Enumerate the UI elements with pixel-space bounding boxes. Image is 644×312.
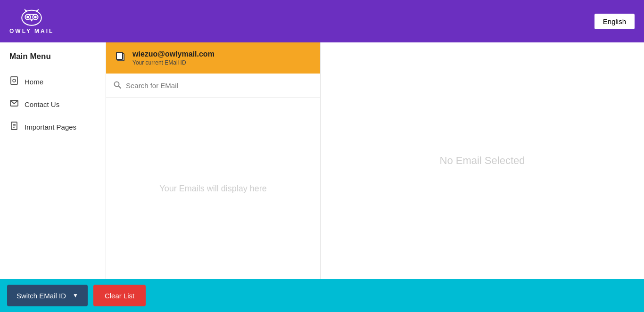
email-list-panel: wiezuo@owlymail.com Your current EMail I… <box>106 42 321 279</box>
search-bar <box>106 74 320 98</box>
svg-rect-9 <box>11 77 17 84</box>
sidebar-important-label: Important Pages <box>25 123 76 131</box>
svg-point-4 <box>26 16 29 18</box>
sidebar-item-important[interactable]: Important Pages <box>0 115 106 139</box>
content-area: wiezuo@owlymail.com Your current EMail I… <box>106 42 644 279</box>
search-icon <box>114 81 121 90</box>
no-email-selected-text: No Email Selected <box>440 155 525 167</box>
current-email-label: Your current EMail ID <box>132 59 215 66</box>
copy-icon <box>116 51 126 65</box>
clear-list-button[interactable]: Clear List <box>93 285 146 306</box>
arrow-down-icon: ▼ <box>73 292 78 299</box>
main-area: Main Menu Home Contact Us <box>0 42 644 279</box>
sidebar-title: Main Menu <box>0 52 106 70</box>
sidebar-item-contact[interactable]: Contact Us <box>0 93 106 115</box>
svg-point-6 <box>34 16 37 18</box>
app-footer: Switch EMail ID ▼ Clear List <box>0 279 644 312</box>
sidebar-home-label: Home <box>25 78 43 86</box>
svg-point-10 <box>13 79 16 82</box>
email-list-empty-text: Your Emails will display here <box>159 184 266 194</box>
email-id-info: wiezuo@owlymail.com Your current EMail I… <box>132 50 215 66</box>
document-icon <box>9 122 19 132</box>
search-input[interactable] <box>126 82 313 90</box>
sidebar-item-home[interactable]: Home <box>0 70 106 93</box>
app-header: OWLY MAIL English <box>0 0 644 42</box>
svg-line-19 <box>119 86 121 88</box>
language-button[interactable]: English <box>594 14 635 29</box>
email-list-empty: Your Emails will display here <box>106 98 320 279</box>
switch-email-button[interactable]: Switch EMail ID ▼ <box>7 285 88 306</box>
logo: OWLY MAIL <box>9 8 54 34</box>
svg-marker-7 <box>30 19 33 22</box>
owl-logo-icon <box>20 8 43 27</box>
envelope-icon <box>9 100 19 108</box>
logo-text: OWLY MAIL <box>9 28 54 34</box>
home-icon <box>9 76 19 87</box>
svg-point-0 <box>22 10 41 25</box>
switch-email-label: Switch EMail ID <box>17 292 66 300</box>
email-detail-panel: No Email Selected <box>321 42 644 279</box>
current-email-address: wiezuo@owlymail.com <box>132 50 215 58</box>
svg-rect-17 <box>116 52 123 59</box>
email-id-banner: wiezuo@owlymail.com Your current EMail I… <box>106 42 320 74</box>
sidebar: Main Menu Home Contact Us <box>0 42 106 279</box>
sidebar-contact-label: Contact Us <box>25 100 59 108</box>
